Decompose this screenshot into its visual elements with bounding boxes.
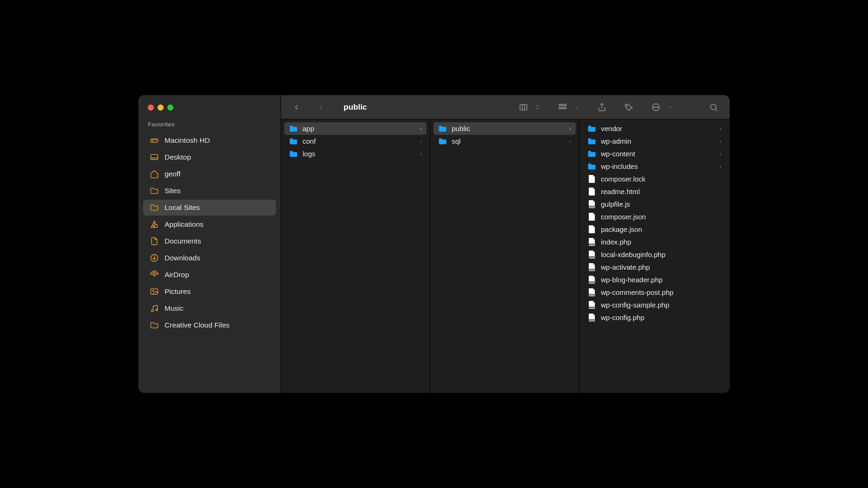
folder-item[interactable]: wp-includes› bbox=[583, 160, 726, 173]
file-icon bbox=[587, 213, 596, 221]
folder-icon bbox=[438, 125, 447, 132]
tags-button[interactable] bbox=[622, 101, 635, 114]
sidebar-item-desktop[interactable]: Desktop bbox=[143, 149, 276, 165]
toolbar: public bbox=[281, 95, 730, 119]
share-button[interactable] bbox=[595, 101, 608, 114]
svg-point-11 bbox=[156, 309, 158, 311]
folder-item[interactable]: wp-admin› bbox=[583, 135, 726, 147]
search-button[interactable] bbox=[707, 101, 720, 114]
chevron-down-icon bbox=[665, 101, 675, 114]
window-controls bbox=[138, 105, 281, 121]
folder-icon bbox=[150, 203, 159, 212]
folder-item[interactable]: public› bbox=[434, 122, 576, 135]
folder-item[interactable]: app› bbox=[284, 122, 427, 135]
close-button[interactable] bbox=[148, 105, 154, 111]
view-stepper-icon[interactable] bbox=[533, 101, 542, 114]
file-item[interactable]: local-xdebuginfo.php bbox=[583, 248, 726, 261]
sidebar-item-macintosh-hd[interactable]: Macintosh HD bbox=[143, 132, 276, 148]
file-item[interactable]: package.json bbox=[583, 223, 726, 236]
column-0[interactable]: app›conf›logs› bbox=[281, 119, 430, 393]
svg-rect-30 bbox=[589, 244, 595, 245]
file-item[interactable]: wp-blog-header.php bbox=[583, 273, 726, 286]
chevron-down-icon bbox=[572, 101, 581, 114]
file-icon bbox=[587, 314, 596, 321]
view-columns-button[interactable] bbox=[517, 101, 530, 114]
item-label: local-xdebuginfo.php bbox=[601, 251, 665, 258]
folder-item[interactable]: wp-content› bbox=[583, 147, 726, 160]
item-label: wp-includes bbox=[601, 162, 638, 170]
item-label: wp-config-sample.php bbox=[601, 301, 669, 309]
chevron-right-icon: › bbox=[720, 125, 722, 132]
folder-item[interactable]: logs› bbox=[284, 147, 427, 160]
svg-point-27 bbox=[710, 104, 716, 110]
file-item[interactable]: wp-activate.php bbox=[583, 261, 726, 273]
column-1[interactable]: public›sql› bbox=[430, 119, 579, 393]
sidebar-item-label: AirDrop bbox=[165, 271, 189, 279]
sidebar-item-airdrop[interactable]: AirDrop bbox=[143, 267, 276, 283]
file-item[interactable]: composer.lock bbox=[583, 173, 726, 185]
forward-button[interactable] bbox=[315, 101, 327, 113]
file-item[interactable]: wp-config-sample.php bbox=[583, 299, 726, 311]
file-item[interactable]: wp-comments-post.php bbox=[583, 286, 726, 299]
svg-rect-20 bbox=[565, 107, 566, 109]
sidebar-item-geoff[interactable]: geoff bbox=[143, 166, 276, 182]
svg-point-26 bbox=[657, 107, 658, 108]
file-icon bbox=[587, 289, 596, 296]
minimize-button[interactable] bbox=[158, 105, 164, 111]
app-icon bbox=[150, 220, 159, 229]
file-item[interactable]: gulpfile.js bbox=[583, 198, 726, 210]
sidebar-item-pictures[interactable]: Pictures bbox=[143, 284, 276, 300]
item-label: composer.lock bbox=[601, 175, 646, 183]
folder-icon bbox=[150, 321, 159, 330]
sidebar-item-label: Local Sites bbox=[165, 203, 200, 212]
file-icon bbox=[587, 201, 596, 208]
file-icon bbox=[587, 276, 596, 284]
folder-icon bbox=[289, 138, 298, 145]
svg-rect-29 bbox=[589, 206, 595, 208]
file-item[interactable]: readme.html bbox=[583, 185, 726, 198]
sidebar-item-local-sites[interactable]: Local Sites bbox=[143, 200, 276, 216]
folder-icon bbox=[587, 163, 596, 170]
sidebar-item-applications[interactable]: Applications bbox=[143, 216, 276, 232]
chevron-right-icon: › bbox=[720, 163, 722, 170]
chevron-right-icon: › bbox=[569, 125, 571, 132]
svg-rect-19 bbox=[562, 107, 563, 109]
sidebar-item-label: Documents bbox=[165, 237, 201, 245]
main-area: public bbox=[281, 95, 730, 393]
file-icon bbox=[587, 264, 596, 271]
sidebar-item-creative-cloud-files[interactable]: Creative Cloud Files bbox=[143, 317, 276, 333]
actions-button[interactable] bbox=[649, 101, 662, 114]
folder-item[interactable]: conf› bbox=[284, 135, 427, 147]
item-label: public bbox=[452, 125, 470, 132]
sidebar-item-label: Pictures bbox=[165, 287, 191, 296]
favorites-list: Macintosh HD Desktop geoff Sites Local S… bbox=[138, 132, 281, 333]
doc-icon bbox=[150, 237, 159, 246]
column-view: app›conf›logs›public›sql›vendor›wp-admin… bbox=[281, 119, 730, 393]
file-item[interactable]: composer.json bbox=[583, 210, 726, 223]
file-item[interactable]: index.php bbox=[583, 236, 726, 248]
sidebar-item-label: Applications bbox=[165, 220, 204, 229]
folder-icon bbox=[438, 138, 447, 145]
item-label: wp-config.php bbox=[601, 314, 644, 321]
item-label: logs bbox=[303, 150, 316, 158]
sidebar-item-music[interactable]: Music bbox=[143, 300, 276, 316]
file-icon bbox=[587, 175, 596, 183]
sidebar-item-label: Downloads bbox=[165, 254, 200, 262]
svg-rect-35 bbox=[589, 307, 595, 308]
sidebar-item-label: Music bbox=[165, 304, 183, 313]
item-label: package.json bbox=[601, 225, 642, 233]
svg-point-25 bbox=[655, 107, 656, 108]
group-by-button[interactable] bbox=[556, 101, 569, 114]
column-2[interactable]: vendor›wp-admin›wp-content›wp-includes›c… bbox=[579, 119, 730, 393]
svg-rect-36 bbox=[589, 319, 595, 321]
back-button[interactable] bbox=[290, 101, 303, 113]
fullscreen-button[interactable] bbox=[167, 105, 173, 111]
sidebar-item-sites[interactable]: Sites bbox=[143, 183, 276, 199]
desktop-icon bbox=[150, 153, 159, 162]
chevron-right-icon: › bbox=[720, 150, 722, 157]
file-item[interactable]: wp-config.php bbox=[583, 311, 726, 324]
folder-item[interactable]: vendor› bbox=[583, 122, 726, 135]
sidebar-item-documents[interactable]: Documents bbox=[143, 233, 276, 249]
folder-item[interactable]: sql› bbox=[434, 135, 576, 147]
sidebar-item-downloads[interactable]: Downloads bbox=[143, 250, 276, 266]
